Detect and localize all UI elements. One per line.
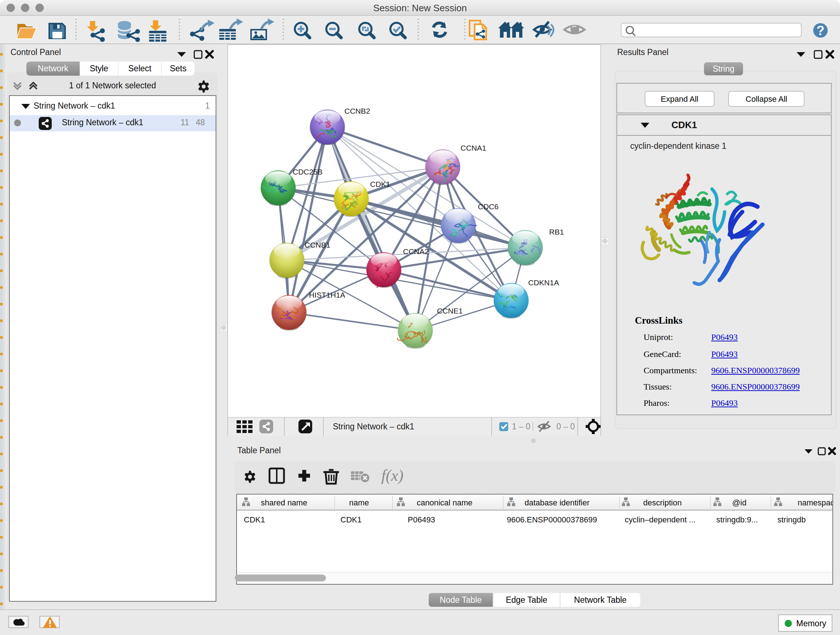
svg-text:CCNB1: CCNB1 <box>305 241 330 249</box>
svg-text:canonical name: canonical name <box>417 498 472 507</box>
svg-text:1 – 0: 1 – 0 <box>512 422 531 431</box>
svg-text:f(x): f(x) <box>381 467 403 485</box>
svg-text:name: name <box>349 498 369 507</box>
svg-text:?: ? <box>816 23 824 38</box>
svg-text:CCNB2: CCNB2 <box>344 107 370 115</box>
svg-text:String Network – cdk1: String Network – cdk1 <box>333 422 414 431</box>
svg-text:CCNE1: CCNE1 <box>437 307 463 315</box>
svg-text:CDKN1A: CDKN1A <box>528 279 559 287</box>
svg-text:namespace: namespace <box>798 498 832 507</box>
svg-text:shared name: shared name <box>261 498 307 507</box>
svg-text:RB1: RB1 <box>549 228 564 236</box>
svg-text:CCNA2: CCNA2 <box>403 247 429 256</box>
svg-text:CDC25B: CDC25B <box>293 168 323 176</box>
svg-text:@id: @id <box>732 498 746 507</box>
svg-text:0 – 0: 0 – 0 <box>556 422 575 431</box>
svg-text:CDK1: CDK1 <box>370 180 390 188</box>
svg-text:CCNA1: CCNA1 <box>461 144 486 152</box>
svg-text:HIST1H1A: HIST1H1A <box>309 291 345 299</box>
svg-text:database identifier: database identifier <box>524 498 590 507</box>
svg-text:description: description <box>643 498 682 507</box>
svg-text:CDC6: CDC6 <box>478 203 499 211</box>
